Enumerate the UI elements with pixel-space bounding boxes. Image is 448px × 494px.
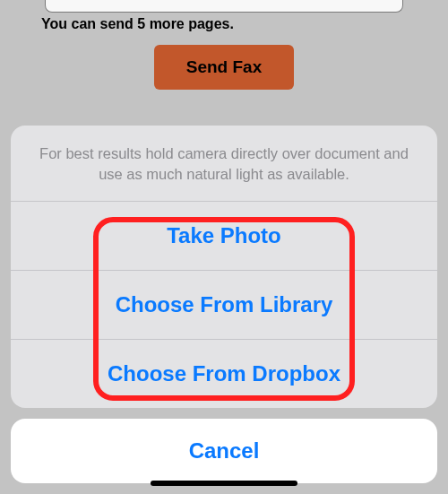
pages-remaining-label: You can send 5 more pages.	[41, 16, 403, 32]
background-content: You can send 5 more pages. Send Fax	[0, 0, 448, 90]
choose-from-library-option[interactable]: Choose From Library	[11, 270, 437, 339]
take-photo-option[interactable]: Take Photo	[11, 201, 437, 270]
home-indicator[interactable]	[151, 481, 297, 486]
cancel-button[interactable]: Cancel	[11, 419, 437, 483]
action-sheet-header: For best results hold camera directly ov…	[11, 126, 437, 201]
send-fax-button[interactable]: Send Fax	[154, 45, 294, 90]
choose-from-dropbox-option[interactable]: Choose From Dropbox	[11, 339, 437, 408]
input-field-edge	[45, 0, 403, 13]
action-sheet: For best results hold camera directly ov…	[11, 126, 437, 408]
action-sheet-container: For best results hold camera directly ov…	[0, 126, 448, 494]
